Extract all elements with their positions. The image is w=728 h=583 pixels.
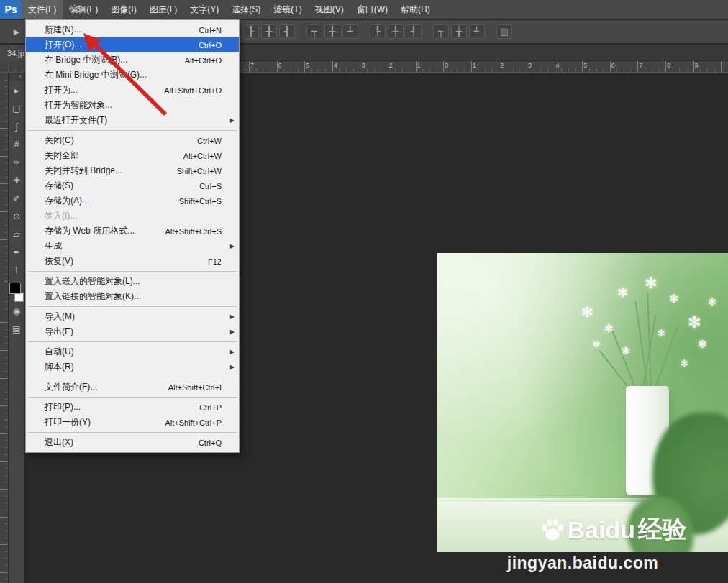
menubar-view[interactable]: 视图(V) [309, 0, 350, 19]
menu-save-for-web[interactable]: 存储为 Web 所用格式... Alt+Shift+Ctrl+S [26, 224, 239, 239]
align-top-edges-icon[interactable]: ┯ [306, 24, 322, 39]
menubar-type[interactable]: 文字(Y) [183, 0, 225, 19]
clone-stamp-tool[interactable]: ⊙ [9, 207, 24, 225]
submenu-arrow-icon [226, 329, 235, 335]
menu-close-all[interactable]: 关闭全部 Alt+Ctrl+W [26, 148, 239, 163]
distribute-right-edges-icon[interactable]: ┦ [406, 24, 422, 39]
menu-item-shortcut: Ctrl+O [199, 41, 226, 50]
horizontal-type-tool[interactable]: T [9, 261, 24, 279]
menu-print[interactable]: 打印(P)... Ctrl+P [26, 400, 239, 415]
menu-close-and-go-to-bridge[interactable]: 关闭并转到 Bridge... Shift+Ctrl+W [26, 163, 239, 178]
distribute-horizontal-centers-icon[interactable]: ╀ [388, 24, 404, 39]
file-menu-item [26, 375, 239, 380]
align-left-edges-icon[interactable]: ┠ [243, 24, 259, 39]
menu-scripts[interactable]: 脚本(R) [26, 359, 239, 375]
menubar-window[interactable]: 窗口(W) [350, 0, 394, 19]
menubar-select[interactable]: 选择(S) [225, 0, 267, 19]
menubar-image[interactable]: 图像(I) [104, 0, 142, 19]
ruler-number: 1 [471, 61, 499, 70]
menu-open-as[interactable]: 打开为... Alt+Shift+Ctrl+O [26, 83, 239, 98]
menu-open[interactable]: 打开(O)... Ctrl+O [26, 37, 239, 52]
file-menu-item [26, 339, 239, 344]
screen-mode-icon[interactable]: ▤ [9, 320, 24, 338]
menu-automate[interactable]: 自动(U) [26, 344, 239, 359]
ruler-number: 3 [527, 61, 555, 70]
menu-item-label: 打开为智能对象... [45, 99, 112, 111]
foreground-color-swatch[interactable] [9, 283, 21, 294]
menu-new[interactable]: 新建(N)... Ctrl+N [26, 22, 239, 37]
align-vertical-centers-icon[interactable]: ╂ [324, 24, 340, 39]
menubar-layer[interactable]: 图层(L) [143, 0, 184, 19]
move-tool-preset-icon[interactable]: ▶ [9, 27, 24, 37]
menu-item-label: 置入嵌入的智能对象(L)... [45, 275, 140, 288]
panel-collapse-icon[interactable]: » [9, 73, 24, 81]
eraser-tool[interactable]: ▱ [9, 225, 24, 243]
flower [581, 303, 593, 321]
menu-item-shortcut: Alt+Ctrl+O [185, 56, 226, 65]
menu-item-label: 打开为... [45, 84, 78, 96]
menu-print-one-copy[interactable]: 打印一份(Y) Alt+Shift+Ctrl+P [26, 415, 239, 430]
spot-healing-brush-tool[interactable]: ✚ [9, 171, 24, 189]
eyedropper-tool[interactable]: ✑ [9, 153, 24, 171]
menu-item-shortcut: Alt+Shift+Ctrl+O [164, 86, 226, 95]
vertical-ruler[interactable] [0, 73, 9, 583]
color-swatches[interactable] [9, 283, 24, 302]
menu-exit[interactable]: 退出(X) Ctrl+Q [26, 435, 239, 450]
menubar-help[interactable]: 帮助(H) [394, 0, 437, 19]
alignment-icons-group: ┠╂┨┯╂┷┞╀┦┭╁┵▥ [243, 24, 514, 39]
lasso-tool[interactable]: ʃ [9, 117, 24, 135]
ruler-number: 2 [388, 61, 416, 70]
submenu-arrow-icon [226, 349, 235, 355]
flower [622, 345, 630, 357]
distribute-left-edges-icon[interactable]: ┞ [370, 24, 386, 39]
menu-place-linked[interactable]: 置入链接的智能对象(K)... [26, 289, 239, 304]
watermark-brand-text: Baidu [568, 516, 635, 544]
menu-place-embedded[interactable]: 置入嵌入的智能对象(L)... [26, 274, 239, 289]
submenu-arrow-icon [226, 364, 235, 370]
menu-close[interactable]: 关闭(C) Ctrl+W [26, 133, 239, 148]
flower [617, 285, 628, 300]
menu-browse-in-mini-bridge[interactable]: 在 Mini Bridge 中浏览(G)... [26, 68, 239, 83]
menu-generate[interactable]: 生成 [26, 239, 239, 254]
flower [604, 322, 614, 335]
crop-tool[interactable]: # [9, 135, 24, 153]
align-horizontal-centers-icon[interactable]: ╂ [261, 24, 277, 39]
distribute-bottom-edges-icon[interactable]: ┵ [469, 24, 485, 39]
auto-align-layers-icon[interactable]: ▥ [496, 24, 512, 39]
flower [669, 292, 678, 306]
menubar-file[interactable]: 文件(F) [22, 0, 63, 19]
file-menu: 新建(N)... Ctrl+N 打开(O)... Ctrl+O 在 Bridge… [25, 19, 240, 453]
menu-item-label: 在 Mini Bridge 中浏览(G)... [45, 69, 147, 81]
menu-item-label: 签入(I)... [45, 210, 77, 222]
menubar-filter[interactable]: 滤镜(T) [267, 0, 308, 19]
rectangular-marquee-tool[interactable]: ▢ [9, 99, 24, 117]
menu-open-as-smart-object[interactable]: 打开为智能对象... [26, 98, 239, 113]
tools-panel: » ▸▢ʃ#✑✚✐⊙▱✒T ◉▤ [9, 73, 24, 583]
menu-open-recent[interactable]: 最近打开文件(T) [26, 113, 239, 128]
quick-mask-icon[interactable]: ◉ [9, 302, 24, 320]
menu-item-shortcut: Alt+Shift+Ctrl+P [165, 418, 226, 427]
pen-tool[interactable]: ✒ [9, 243, 24, 261]
file-menu-item [26, 128, 239, 133]
ruler-number: 2 [499, 61, 527, 70]
brush-tool[interactable]: ✐ [9, 189, 24, 207]
align-bottom-edges-icon[interactable]: ┷ [342, 24, 358, 39]
menubar-edit[interactable]: 编辑(E) [63, 0, 104, 19]
menu-revert[interactable]: 恢复(V) F12 [26, 254, 239, 269]
flower-stem [634, 301, 649, 391]
menu-import[interactable]: 导入(M) [26, 309, 239, 324]
menu-file-info[interactable]: 文件简介(F)... Alt+Shift+Ctrl+I [26, 380, 239, 395]
menu-export[interactable]: 导出(E) [26, 324, 239, 339]
distribute-top-edges-icon[interactable]: ┭ [433, 24, 449, 39]
ruler-number: 9 [693, 61, 722, 70]
menu-item-label: 打开(O)... [45, 39, 81, 51]
menu-browse-in-bridge[interactable]: 在 Bridge 中浏览(B)... Alt+Ctrl+O [26, 52, 239, 68]
distribute-vertical-centers-icon[interactable]: ╁ [451, 24, 467, 39]
move-tool[interactable]: ▸ [9, 81, 24, 99]
align-right-edges-icon[interactable]: ┨ [279, 24, 295, 39]
ruler-number: 4 [555, 61, 583, 70]
document-tab-label: 34.jp [7, 49, 24, 58]
menu-item-label: 打印一份(Y) [45, 416, 91, 428]
menu-save[interactable]: 存储(S) Ctrl+S [26, 178, 239, 193]
menu-save-as[interactable]: 存储为(A)... Shift+Ctrl+S [26, 193, 239, 208]
